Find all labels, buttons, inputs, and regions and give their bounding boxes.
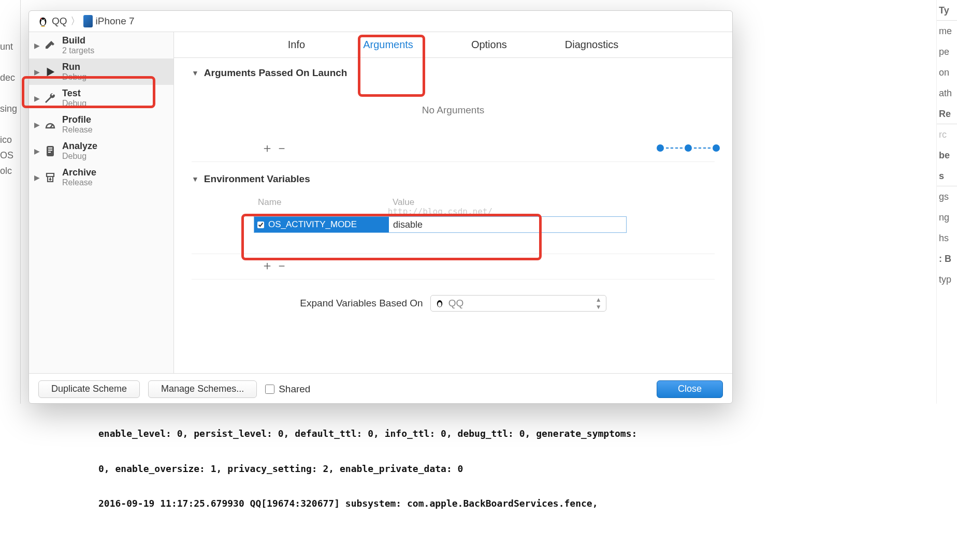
archive-icon xyxy=(42,170,58,185)
sidebar-item-title: Profile xyxy=(62,114,93,125)
column-name-header: Name xyxy=(258,197,393,208)
sidebar-item-profile[interactable]: ▶ ProfileRelease xyxy=(29,111,173,138)
reorder-handle-icon[interactable] xyxy=(657,144,720,152)
svg-point-11 xyxy=(438,302,441,307)
sidebar-item-build[interactable]: ▶ Build2 targets xyxy=(29,32,173,58)
sidebar-item-subtitle: Debug xyxy=(62,152,97,161)
scheme-action-sidebar: ▶ Build2 targets ▶ RunDebug ▶ TestDebug … xyxy=(29,32,174,373)
scheme-editor-dialog: QQ 〉 iPhone 7 ▶ Build2 targets ▶ RunDebu… xyxy=(28,10,733,404)
sidebar-item-test[interactable]: ▶ TestDebug xyxy=(29,85,173,111)
gauge-icon xyxy=(42,117,58,132)
device-icon xyxy=(83,15,93,27)
wrench-icon xyxy=(42,91,58,106)
column-value-header: Value xyxy=(393,197,622,208)
add-argument-button[interactable]: ＋ xyxy=(259,140,273,156)
analyze-icon xyxy=(42,143,58,159)
breadcrumb-device: iPhone 7 xyxy=(96,16,135,27)
sidebar-item-subtitle: Debug xyxy=(62,72,86,82)
play-icon xyxy=(42,64,58,80)
sidebar-item-subtitle: Release xyxy=(62,125,93,135)
env-variables-table: Name Value http://blog.csdn.net/ OS_ACTI… xyxy=(254,195,627,233)
close-button[interactable]: Close xyxy=(657,380,723,398)
add-env-button[interactable]: ＋ xyxy=(259,257,273,274)
sidebar-item-title: Test xyxy=(62,88,86,99)
duplicate-scheme-button[interactable]: Duplicate Scheme xyxy=(38,380,140,398)
svg-point-2 xyxy=(41,19,42,20)
svg-rect-7 xyxy=(48,148,52,149)
env-row[interactable]: OS_ACTIVITY_MODE disable xyxy=(254,216,627,233)
sidebar-item-title: Build xyxy=(62,35,94,46)
env-name-cell[interactable]: OS_ACTIVITY_MODE xyxy=(254,217,389,232)
background-left-column: unt dec sing ico OS olc xyxy=(0,0,21,404)
shared-checkbox-label[interactable]: Shared xyxy=(265,384,310,395)
svg-rect-9 xyxy=(48,152,51,153)
updown-stepper-icon: ▲▼ xyxy=(596,296,602,311)
tab-bar: Info Arguments Options Diagnostics xyxy=(174,32,732,58)
disclosure-triangle-icon: ▼ xyxy=(192,69,199,77)
expand-target-select[interactable]: QQ ▲▼ xyxy=(430,295,606,312)
disclosure-triangle-icon: ▶ xyxy=(34,68,40,76)
svg-point-3 xyxy=(44,19,45,20)
breadcrumb[interactable]: QQ 〉 iPhone 7 xyxy=(29,11,732,32)
breadcrumb-scheme: QQ xyxy=(52,16,67,27)
sidebar-item-subtitle: 2 targets xyxy=(62,46,94,55)
shared-checkbox[interactable] xyxy=(265,385,274,394)
expand-label: Expand Variables Based On xyxy=(300,298,423,309)
tab-diagnostics[interactable]: Diagnostics xyxy=(562,35,621,55)
tab-info[interactable]: Info xyxy=(285,35,308,55)
watermark-text: http://blog.csdn.net/ xyxy=(254,207,627,216)
app-icon xyxy=(435,299,444,308)
remove-argument-button[interactable]: － xyxy=(273,140,288,156)
disclosure-triangle-icon: ▶ xyxy=(34,173,40,182)
app-icon xyxy=(37,16,49,27)
sidebar-item-run[interactable]: ▶ RunDebug xyxy=(29,58,173,85)
dialog-footer: Duplicate Scheme Manage Schemes... Share… xyxy=(29,373,732,404)
tab-arguments[interactable]: Arguments xyxy=(360,35,416,55)
background-right-column: Ty me pe on ath Re rc be s gs ng hs : B … xyxy=(936,0,957,404)
disclosure-triangle-icon: ▶ xyxy=(34,147,40,155)
disclosure-triangle-icon: ▶ xyxy=(34,94,40,102)
manage-schemes-button[interactable]: Manage Schemes... xyxy=(148,380,257,398)
sidebar-item-title: Archive xyxy=(62,167,96,178)
tab-options[interactable]: Options xyxy=(468,35,510,55)
env-enabled-checkbox[interactable] xyxy=(257,222,264,228)
section-env-header[interactable]: ▼ Environment Variables xyxy=(192,173,715,185)
disclosure-triangle-icon: ▶ xyxy=(34,41,40,50)
env-value-cell[interactable]: disable xyxy=(389,217,626,232)
sidebar-item-subtitle: Release xyxy=(62,178,96,187)
svg-point-1 xyxy=(41,20,45,25)
disclosure-triangle-icon: ▶ xyxy=(34,121,40,129)
sidebar-item-title: Analyze xyxy=(62,141,97,152)
sidebar-item-archive[interactable]: ▶ ArchiveRelease xyxy=(29,164,173,190)
sidebar-item-analyze[interactable]: ▶ AnalyzeDebug xyxy=(29,138,173,164)
section-arguments-header[interactable]: ▼ Arguments Passed On Launch xyxy=(192,67,715,79)
hammer-icon xyxy=(42,38,58,53)
remove-env-button[interactable]: － xyxy=(273,257,288,274)
sidebar-item-subtitle: Debug xyxy=(62,99,86,108)
sidebar-item-title: Run xyxy=(62,62,86,72)
console-output: enable_level: 0, persist_level: 0, defau… xyxy=(98,405,678,521)
chevron-right-icon: 〉 xyxy=(70,14,80,28)
arguments-empty-text: No Arguments xyxy=(192,84,715,137)
svg-rect-8 xyxy=(48,150,52,151)
disclosure-triangle-icon: ▼ xyxy=(192,175,199,183)
